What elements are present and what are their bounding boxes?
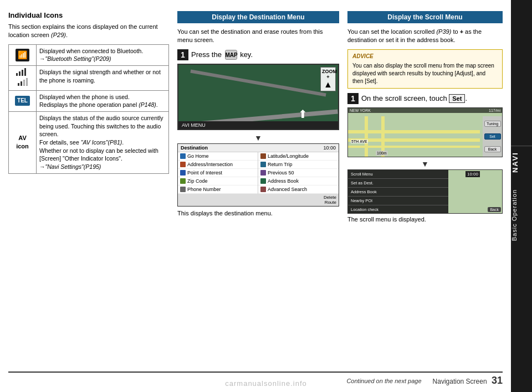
dest-item: Address/Intersection (178, 161, 258, 169)
sidebar-basic-label: Basic Operation (511, 184, 532, 246)
icon-cell-signal (9, 66, 37, 90)
signal-icon (16, 68, 26, 76)
advice-text: You can also display the scroll menu fro… (352, 62, 498, 85)
dest-menu-screen: Destination 10:00 Go Home (177, 143, 339, 207)
icons-table: 📶 Displayed when connected to Bluetooth.… (8, 44, 169, 174)
advice-title: ADVICE (352, 53, 498, 60)
dest-time: 10:00 (323, 145, 336, 151)
left-column: Individual Icons This section explains t… (8, 11, 169, 368)
nav-direction-arrow: ⬆ (298, 107, 308, 121)
signal-icon-2 (18, 78, 28, 86)
nav-menu-bar: AVI MENU (178, 121, 338, 129)
icon-cell-av: AV icon (9, 111, 37, 173)
scroll-indicator-mid: ▼ (177, 133, 339, 142)
dest-item: Advanced Search (258, 185, 339, 194)
address-icon (180, 162, 186, 167)
dest-item: Point of Interest (178, 169, 258, 177)
watermark: carmanualsonline.info (225, 379, 306, 388)
nav-screen-image: ZOOM+▲ ⬆ AVI MENU (177, 64, 339, 130)
dest-intro: You can set the destination and erase ro… (177, 28, 339, 45)
dest-item: Go Home (178, 152, 258, 161)
icon-desc-av: Displays the status of the audio source … (37, 111, 169, 173)
lat-icon (260, 153, 266, 159)
poi-icon (180, 170, 186, 176)
tel-icon: TEL (15, 96, 30, 106)
left-section-subtitle: This section explains the icons displaye… (8, 23, 169, 40)
tuning-button[interactable]: Tuning (484, 121, 501, 127)
dest-item: Address Book (258, 177, 339, 185)
map-location: NEW YORK (350, 109, 371, 112)
map-distance-label: 100m (376, 151, 388, 156)
dest-title: Destination (181, 145, 208, 151)
page-container: Individual Icons This section explains t… (0, 0, 532, 392)
scroll-menu-title-item: Scroll Menu (348, 170, 448, 179)
icon-cell-bt: 📶 (9, 44, 37, 65)
scroll-back-button[interactable]: Back (488, 207, 501, 212)
scroll-menu-item: Set as Dest. (348, 179, 448, 188)
dest-caption: This displays the destination menu. (177, 210, 339, 216)
scroll-step1-row: 1 On the scroll screen, touch Set. (347, 93, 503, 104)
scroll-intro: You can set the location scrolled (P39) … (347, 28, 503, 45)
step1-text: Press the MAP key. (191, 50, 253, 60)
dest-menu-left: Go Home Address/Intersection Point of In… (178, 152, 258, 194)
columns-layout: Individual Icons This section explains t… (8, 11, 503, 368)
step1-row: 1 Press the MAP key. (177, 49, 339, 60)
icon-cell-tel: TEL (9, 90, 37, 111)
dest-footer: DeleteRoute (178, 194, 339, 206)
map-key-icon: MAP (225, 50, 237, 60)
bluetooth-icon: 📶 (16, 49, 29, 62)
map-screen-image: NEW YORK 117/mi 5TH AVE 100m Tuning Set (347, 107, 503, 157)
icon-desc-tel: Displayed when the phone is used. Redisp… (37, 90, 169, 111)
page-number: 31 (492, 375, 503, 386)
scroll-time: 10:00 (466, 171, 480, 177)
icon-desc-bt: Displayed when connected to Bluetooth. →… (37, 44, 169, 65)
set-button[interactable]: Set (484, 133, 501, 140)
back-button[interactable]: Back (484, 146, 501, 152)
scroll-menu-screen: 10:00 Scroll Menu Set as Dest. Address B… (347, 169, 503, 214)
return-icon (260, 162, 266, 167)
dest-item: Latitude/Longitude (258, 152, 339, 161)
icon-desc-signal: Displays the signal strength and whether… (37, 66, 169, 90)
dest-item: Return Trip (258, 161, 339, 169)
map-road-v1 (365, 116, 368, 157)
dest-time-value: 10:00 (323, 145, 336, 151)
scroll-menu-item: Nearby POI (348, 197, 448, 205)
table-row: TEL Displayed when the phone is used. Re… (9, 90, 169, 111)
zoom-control: ZOOM+▲ (320, 67, 336, 91)
scroll-menu-header: Display the Scroll Menu (347, 11, 503, 23)
phone-icon (180, 187, 186, 192)
map-street-label: 5TH AVE (351, 140, 368, 143)
table-row: Displays the signal strength and whether… (9, 66, 169, 90)
scroll-step1-text: On the scroll screen, touch Set. (361, 94, 467, 103)
scroll-menu-item: Address Book (348, 188, 448, 197)
table-row: AV icon Displays the status of the audio… (9, 111, 169, 173)
table-row: 📶 Displayed when connected to Bluetooth.… (9, 44, 169, 65)
nav-road2 (190, 69, 326, 96)
map-distance: 117/mi (489, 109, 500, 112)
left-section-title: Individual Icons (8, 11, 169, 19)
continued-text: Continued on the next page (346, 378, 421, 384)
dest-item: Phone Number (178, 185, 258, 194)
dest-menu-right: Latitude/Longitude Return Trip Previous … (258, 152, 339, 194)
scroll-menu-panel: Scroll Menu Set as Dest. Address Book Ne… (348, 170, 448, 213)
dest-item: Zip Code (178, 177, 258, 185)
map-top-bar: NEW YORK 117/mi (348, 108, 502, 113)
search-icon (260, 187, 266, 192)
scroll-step1-number: 1 (347, 93, 359, 104)
dest-menu-body: Go Home Address/Intersection Point of In… (178, 152, 339, 194)
av-icon: AV icon (16, 135, 29, 149)
book-icon (260, 178, 266, 184)
prev-icon (260, 170, 266, 176)
advice-box: ADVICE You can also display the scroll m… (347, 49, 503, 89)
step1-number: 1 (177, 49, 188, 60)
dest-menu-header: Display the Destination Menu (177, 11, 339, 23)
middle-column: Display the Destination Menu You can set… (177, 11, 339, 368)
right-column: Display the Scroll Menu You can set the … (347, 11, 503, 368)
dest-item: Previous 50 (258, 169, 339, 177)
map-right-panel: Tuning Set Back (483, 116, 502, 157)
page-footer-text: Navigation Screen 31 (433, 375, 503, 386)
home-icon (180, 153, 186, 159)
scroll-caption: The scroll menu is displayed. (347, 216, 503, 223)
zip-icon (180, 178, 186, 184)
set-box: Set (449, 94, 465, 103)
